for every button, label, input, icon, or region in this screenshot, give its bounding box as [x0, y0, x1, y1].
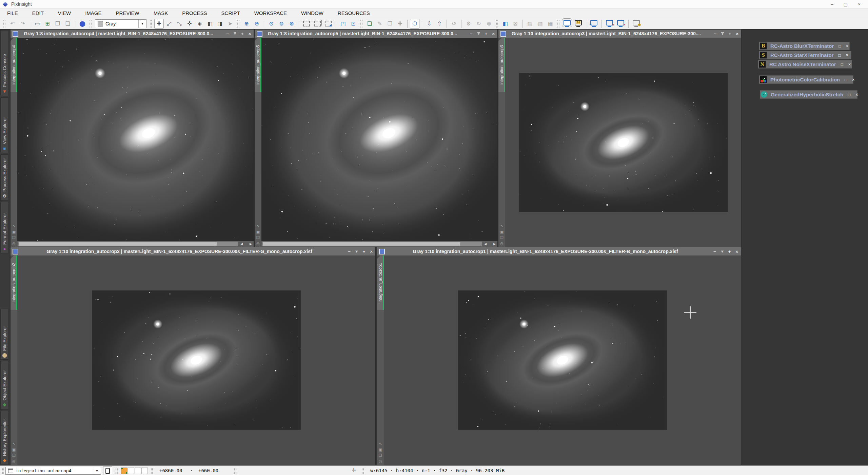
- window-titlebar[interactable]: Gray 1:8 integration_autocrop5 | masterL…: [255, 30, 497, 38]
- image-window-autocrop1[interactable]: Gray 1:10 integration_autocrop1 | master…: [377, 247, 741, 465]
- scroll-left-icon[interactable]: ◀: [484, 242, 487, 246]
- zoom-1-1-icon[interactable]: ⊙: [267, 19, 276, 28]
- menu-script[interactable]: SCRIPT: [214, 8, 247, 18]
- window-titlebar[interactable]: Gray 1:10 integration_autocrop1 | master…: [377, 247, 741, 255]
- shade-button[interactable]: ▼: [721, 32, 724, 36]
- view-name-tab[interactable]: integration_autocrop1: [377, 255, 384, 310]
- iconize-button[interactable]: −: [348, 249, 351, 254]
- close-window-icon[interactable]: ×: [606, 20, 613, 25]
- process-reload-icon[interactable]: ↻: [474, 19, 484, 28]
- close-button[interactable]: ×: [846, 53, 848, 57]
- scrollbar-thumb[interactable]: [18, 242, 217, 246]
- window-corner-icons[interactable]: ↖ ▣ ❐ ◎: [379, 442, 382, 465]
- track-view-icon[interactable]: ✚: [154, 19, 164, 28]
- view-name-tab[interactable]: integration_autocrop4: [11, 38, 17, 92]
- scrollbar-thumb[interactable]: [262, 242, 461, 246]
- close-button[interactable]: ×: [736, 32, 738, 36]
- redo-icon[interactable]: ↷: [18, 19, 27, 28]
- browse-process-icons-icon[interactable]: ❍: [410, 19, 419, 28]
- iconize-button[interactable]: −: [470, 32, 473, 36]
- rename-view-icon[interactable]: ▭: [33, 19, 42, 28]
- sidebar-tab-process-console[interactable]: Process Console▼: [0, 30, 9, 96]
- view-name-tab[interactable]: integration_autocrop5: [255, 38, 261, 92]
- readout-cursor-icon[interactable]: ◨: [215, 19, 225, 28]
- readout-swatch-4[interactable]: [141, 468, 148, 474]
- image-window-autocrop4[interactable]: Gray 1:8 integration_autocrop4 | masterL…: [11, 30, 254, 247]
- restore-button[interactable]: □: [838, 53, 841, 57]
- zoom-to-fit-icon[interactable]: ⊚: [277, 19, 286, 28]
- iconize-button[interactable]: −: [714, 32, 716, 36]
- app-maximize-button[interactable]: ▢: [839, 2, 852, 7]
- close-button[interactable]: ×: [855, 93, 858, 97]
- chevron-down-icon[interactable]: ▾: [93, 468, 101, 474]
- readout-swatch-3[interactable]: [135, 468, 141, 474]
- maximize-view-icon[interactable]: ◳: [338, 19, 348, 28]
- scroll-right-icon[interactable]: ▶: [250, 242, 252, 246]
- shade-button[interactable]: ▼: [355, 250, 358, 253]
- invert-mask-icon[interactable]: ▧: [535, 19, 545, 28]
- center-mode-icon[interactable]: ◈: [195, 19, 204, 28]
- sidebar-tab-format-explorer[interactable]: Format Explorer●: [0, 202, 9, 253]
- image-view[interactable]: [17, 38, 254, 241]
- purge-memory-icon[interactable]: ☢: [633, 20, 640, 25]
- show-mask-selection-icon[interactable]: ▦: [546, 19, 555, 28]
- mask-icon[interactable]: ⬤: [78, 19, 87, 28]
- new-image-window-icon[interactable]: ⊞: [43, 19, 52, 28]
- remove-mask-icon[interactable]: ⊠: [511, 19, 520, 28]
- image-window-autocrop3[interactable]: Gray 1:10 integration_autocrop3 | master…: [498, 30, 741, 247]
- new-process-icon-icon[interactable]: ❏: [365, 19, 374, 28]
- iconize-button[interactable]: −: [713, 249, 716, 254]
- menu-view[interactable]: VIEW: [51, 8, 78, 18]
- process-icon-rc-astro-starxterminator[interactable]: SRC-Astro StarXTerminator□×: [759, 51, 851, 59]
- process-icon-rc-astro-noisexterminator[interactable]: NRC Astro NoiseXTerminator□×: [758, 60, 852, 68]
- process-settings-icon[interactable]: ⚙: [464, 19, 473, 28]
- edit-preview-icon[interactable]: [325, 21, 332, 26]
- save-process-icons-icon[interactable]: ⇧: [435, 19, 444, 28]
- window-corner-icons[interactable]: ↖ ▣ ❐ ◎: [256, 224, 260, 247]
- close-button[interactable]: ×: [852, 78, 854, 82]
- zoom-button[interactable]: +: [729, 32, 731, 36]
- image-view[interactable]: [261, 38, 497, 241]
- display-channel-selector[interactable]: Gray▾: [95, 19, 146, 28]
- paste-image-icon[interactable]: ❏: [63, 19, 73, 28]
- scroll-left-icon[interactable]: ◀: [240, 242, 243, 246]
- undo-icon[interactable]: ↶: [8, 19, 17, 28]
- zoom-optimal-icon[interactable]: ⊛: [287, 19, 296, 28]
- view-mode-button[interactable]: [103, 467, 112, 475]
- view-name-tab[interactable]: integration_autocrop2: [11, 255, 17, 310]
- restore-button[interactable]: □: [841, 62, 843, 66]
- menu-process[interactable]: PROCESS: [175, 8, 214, 18]
- zoom-button[interactable]: +: [728, 249, 731, 254]
- scroll-right-icon[interactable]: ▶: [493, 242, 496, 246]
- zoom-button[interactable]: +: [363, 249, 366, 254]
- active-view-selector[interactable]: integration_autocrop4 ▾: [5, 467, 101, 475]
- shade-button[interactable]: ▼: [477, 32, 480, 36]
- image-view[interactable]: [505, 38, 741, 247]
- add-process-icon-icon[interactable]: ✚: [395, 19, 405, 28]
- restore-button[interactable]: □: [848, 93, 850, 97]
- zoom-button[interactable]: +: [485, 32, 488, 36]
- window-titlebar[interactable]: Gray 1:10 integration_autocrop3 | master…: [498, 30, 741, 38]
- close-button[interactable]: ×: [846, 44, 849, 48]
- close-all-windows-icon[interactable]: ×: [617, 20, 624, 25]
- clone-process-icon-icon[interactable]: ❐: [385, 19, 395, 28]
- menu-preview[interactable]: PREVIEW: [109, 8, 146, 18]
- edit-process-icon-icon[interactable]: ✎: [375, 19, 384, 28]
- select-all-icon[interactable]: [303, 21, 310, 26]
- pan-mode-icon[interactable]: ✜: [185, 19, 194, 28]
- load-process-icons-icon[interactable]: ⇩: [425, 19, 434, 28]
- chevron-down-icon[interactable]: ▾: [138, 20, 146, 28]
- fit-view-icon[interactable]: ⊡: [349, 19, 358, 28]
- select-mode-icon[interactable]: ➤: [225, 19, 235, 28]
- menu-resources[interactable]: RESOURCES: [331, 8, 377, 18]
- process-icon-generalizedhyperbolicstretch[interactable]: GeneralizedHyperbolicStretch□×: [760, 91, 857, 98]
- enable-mask-icon[interactable]: ▨: [525, 19, 535, 28]
- sidebar-tab-history-explorer[interactable]: History Explorer◆: [0, 425, 9, 465]
- iconize-button[interactable]: −: [226, 32, 229, 36]
- image-window-autocrop5[interactable]: Gray 1:8 integration_autocrop5 | masterL…: [255, 30, 497, 247]
- new-preview-icon[interactable]: [314, 21, 321, 26]
- zoom-button[interactable]: +: [241, 32, 244, 36]
- horizontal-scrollbar[interactable]: ◀ ▶: [17, 241, 254, 247]
- revert-icon[interactable]: ↺: [449, 19, 459, 28]
- shade-button[interactable]: ▼: [234, 32, 236, 36]
